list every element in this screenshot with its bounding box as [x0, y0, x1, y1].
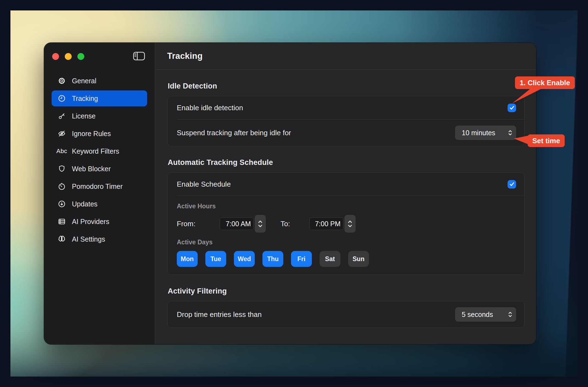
day-button-wed[interactable]: Wed [234, 251, 255, 267]
updown-chevrons-icon [508, 311, 513, 318]
sidebar-item-label: AI Providers [72, 218, 109, 226]
to-time-stepper[interactable] [345, 215, 355, 233]
idle-duration-select[interactable]: 10 minutes [455, 126, 516, 140]
sidebar-item-tracking[interactable]: Tracking [52, 90, 147, 106]
eye-slash-icon [57, 129, 66, 138]
content-body: Idle Detection Enable idle detection [155, 70, 536, 328]
sidebar: GeneralTrackingLicenseIgnore RulesAbcKey… [44, 43, 155, 344]
from-time-stepper[interactable] [255, 215, 266, 233]
day-button-sat[interactable]: Sat [320, 251, 340, 267]
settings-window: GeneralTrackingLicenseIgnore RulesAbcKey… [44, 43, 536, 344]
drop-entries-row: Drop time entries less than 5 seconds [167, 301, 524, 328]
idle-detection-section: Idle Detection Enable idle detection [167, 82, 525, 146]
day-button-thu[interactable]: Thu [262, 251, 283, 267]
desktop: GeneralTrackingLicenseIgnore RulesAbcKey… [0, 0, 588, 387]
window-titlebar [44, 43, 155, 70]
chevron-up-icon [348, 220, 352, 223]
checkmark-icon [509, 181, 515, 187]
enable-schedule-row: Enable Schedule [167, 173, 524, 196]
chevron-down-icon [258, 225, 262, 228]
traffic-lights [52, 53, 84, 60]
activity-filtering-card: Drop time entries less than 5 seconds [167, 301, 525, 328]
sidebar-item-keyword-filters[interactable]: AbcKeyword Filters [52, 143, 147, 159]
activity-filtering-section: Activity Filtering Drop time entries les… [167, 287, 525, 328]
sidebar-item-ai-settings[interactable]: AI Settings [52, 231, 147, 247]
sidebar-item-label: Web Blocker [72, 165, 111, 173]
enable-idle-checkbox[interactable] [508, 104, 516, 112]
sidebar-item-updates[interactable]: Updates [52, 196, 147, 212]
from-label: From: [177, 220, 195, 228]
day-button-tue[interactable]: Tue [205, 251, 226, 267]
download-circle-icon [57, 200, 66, 208]
sidebar-item-general[interactable]: General [52, 73, 147, 89]
chevron-down-icon [348, 225, 352, 228]
sidebar-item-license[interactable]: License [52, 108, 147, 124]
idle-detection-card: Enable idle detection Suspend tracking a… [167, 96, 525, 146]
active-hours-row: From: To: [177, 215, 515, 233]
suspend-tracking-label: Suspend tracking after being idle for [177, 129, 291, 137]
minimize-window-button[interactable] [65, 53, 72, 60]
drop-threshold-value: 5 seconds [462, 311, 493, 319]
chevron-up-icon [258, 220, 262, 223]
click-enable-callout: 1. Click Enable [515, 76, 575, 89]
sidebar-item-label: Pomodoro Timer [72, 183, 123, 190]
sidebar-item-label: General [72, 77, 96, 85]
drop-entries-label: Drop time entries less than [177, 310, 262, 319]
sidebar-item-label: Updates [72, 200, 97, 208]
enable-schedule-label: Enable Schedule [177, 180, 231, 189]
close-window-button[interactable] [52, 53, 59, 60]
idle-duration-value: 10 minutes [462, 129, 495, 137]
sidebar-item-ignore-rules[interactable]: Ignore Rules [52, 126, 147, 142]
page-title: Tracking [167, 51, 203, 61]
clock-icon [57, 94, 66, 103]
sidebar-item-pomodoro-timer[interactable]: Pomodoro Timer [52, 178, 147, 194]
main-panel: Tracking Idle Detection Enable idle dete… [155, 43, 536, 344]
day-button-mon[interactable]: Mon [177, 251, 198, 267]
to-time-input[interactable] [309, 217, 343, 230]
enable-schedule-checkbox[interactable] [508, 180, 516, 189]
filtering-section-title: Activity Filtering [168, 287, 525, 295]
sidebar-item-label: Tracking [72, 95, 98, 103]
server-icon [57, 217, 66, 226]
from-time-input[interactable] [220, 217, 254, 230]
key-icon [57, 112, 66, 120]
checkmark-icon [509, 105, 515, 111]
zoom-window-button[interactable] [77, 53, 84, 60]
idle-section-title: Idle Detection [168, 82, 525, 90]
suspend-tracking-row: Suspend tracking after being idle for 10… [167, 120, 524, 146]
active-hours-label: Active Hours [177, 203, 515, 210]
timer-icon [57, 182, 66, 190]
sidebar-toggle-button[interactable] [133, 52, 145, 61]
sidebar-item-label: Ignore Rules [72, 130, 111, 138]
drop-threshold-select[interactable]: 5 seconds [455, 307, 516, 322]
updown-chevrons-icon [508, 129, 513, 136]
sidebar-nav: GeneralTrackingLicenseIgnore RulesAbcKey… [44, 70, 155, 250]
sidebar-item-web-blocker[interactable]: Web Blocker [52, 161, 147, 177]
sidebar-toggle-icon [133, 52, 145, 61]
day-button-fri[interactable]: Fri [291, 251, 312, 267]
set-time-callout: Set time [528, 134, 565, 147]
gear-icon [57, 77, 66, 85]
enable-idle-label: Enable idle detection [177, 104, 243, 112]
schedule-card: Enable Schedule Active Hours From [167, 172, 525, 275]
sidebar-item-label: Keyword Filters [72, 147, 119, 155]
active-days-row: MonTueWedThuFriSatSun [177, 251, 515, 267]
content-header: Tracking [155, 43, 536, 70]
enable-idle-row: Enable idle detection [167, 96, 524, 119]
abc-icon: Abc [57, 148, 66, 155]
brain-icon [57, 235, 66, 243]
to-label: To: [281, 220, 290, 228]
day-button-sun[interactable]: Sun [348, 251, 369, 267]
sidebar-item-label: License [72, 112, 96, 120]
sidebar-item-label: AI Settings [72, 235, 105, 243]
active-days-label: Active Days [177, 239, 515, 246]
sidebar-item-ai-providers[interactable]: AI Providers [52, 214, 147, 230]
shield-icon [57, 165, 66, 173]
schedule-section-title: Automatic Tracking Schedule [168, 158, 525, 167]
schedule-section: Automatic Tracking Schedule Enable Sched… [167, 158, 525, 275]
schedule-details: Active Hours From: [167, 196, 524, 275]
